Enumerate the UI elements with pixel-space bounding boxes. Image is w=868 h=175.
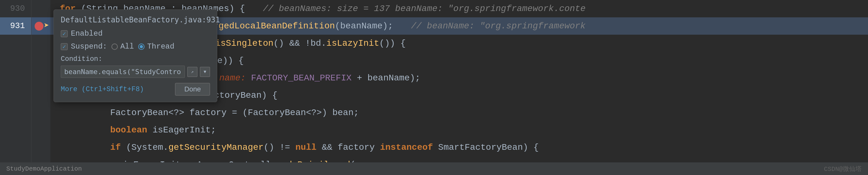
watermark: CSDN@微仙塔: [824, 165, 862, 173]
thread-radio-label[interactable]: Thread: [138, 42, 174, 51]
dropdown-button[interactable]: ▼: [200, 67, 210, 77]
line-number-931: 931: [0, 17, 31, 35]
app-label: StudyDemoApplication: [6, 165, 82, 173]
line-number-factory: [0, 104, 31, 121]
expand-button[interactable]: ↗: [187, 67, 197, 77]
all-radio-label[interactable]: All: [112, 42, 134, 51]
condition-row: ↗ ▼: [61, 66, 210, 78]
execution-arrow: ➤: [44, 17, 49, 35]
thread-radio[interactable]: [138, 43, 145, 50]
line-number-930: 930: [0, 0, 31, 17]
line-number-getbean: [0, 69, 31, 87]
condition-label: Condition:: [61, 55, 210, 63]
dropdown-icon: ▼: [204, 69, 206, 75]
line-content-factory: FactoryBean<?> factory = (FactoryBean<?>…: [50, 104, 868, 121]
line-content-eager: boolean isEagerInit;: [50, 121, 868, 139]
enabled-checkbox-label[interactable]: Enabled: [61, 29, 103, 38]
popup-title: DefaultListableBeanFactory.java:931: [61, 16, 210, 24]
expand-icon: ↗: [191, 70, 194, 74]
line-number-instanceof: [0, 87, 31, 104]
thread-label: Thread: [147, 42, 174, 51]
breakpoint-popup: DefaultListableBeanFactory.java:931 Enab…: [54, 9, 217, 102]
enabled-row: Enabled: [61, 29, 210, 38]
line-number-security: [0, 139, 31, 156]
suspend-row: Suspend: All Thread: [61, 42, 210, 51]
all-radio[interactable]: [112, 43, 118, 50]
line-number-eager: [0, 121, 31, 139]
enabled-checkbox[interactable]: [61, 30, 68, 37]
all-label: All: [120, 42, 134, 51]
suspend-checkbox-label[interactable]: Suspend:: [61, 42, 107, 51]
more-link[interactable]: More (Ctrl+Shift+F8): [61, 85, 144, 93]
line-content-security: if (System.getSecurityManager() != null …: [50, 139, 868, 156]
suspend-label: Suspend:: [71, 42, 107, 51]
code-line-eager: boolean isEagerInit;: [0, 121, 868, 139]
code-line-factory: FactoryBean<?> factory = (FactoryBean<?>…: [0, 104, 868, 121]
line-number-isfactorybean: [0, 52, 31, 69]
done-button[interactable]: Done: [175, 83, 210, 95]
code-line-security: if (System.getSecurityManager() != null …: [0, 139, 868, 156]
bottom-bar: StudyDemoApplication CSDN@微仙塔: [0, 163, 868, 175]
condition-input[interactable]: [61, 66, 185, 78]
enabled-label: Enabled: [71, 29, 103, 38]
line-number-abstract: [0, 35, 31, 52]
popup-footer: More (Ctrl+Shift+F8) Done: [61, 83, 210, 95]
breakpoint-indicator[interactable]: [35, 22, 43, 31]
suspend-checkbox[interactable]: [61, 43, 68, 50]
